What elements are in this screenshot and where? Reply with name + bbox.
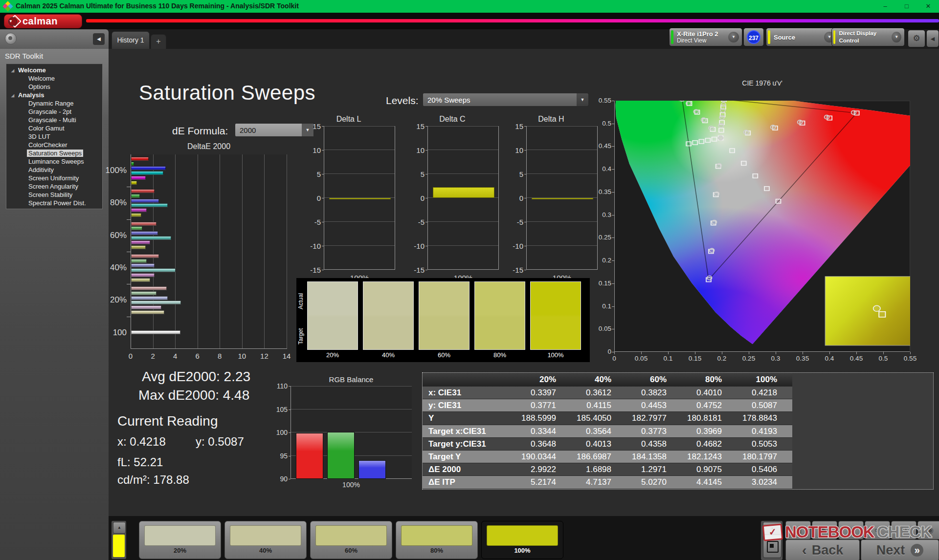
y-tick-label: 5 bbox=[302, 170, 321, 178]
cie-y-tick-label: 0 bbox=[588, 348, 611, 355]
y-tick bbox=[322, 246, 324, 246]
calman-menu-button[interactable]: calman ▼ bbox=[4, 14, 82, 28]
meter-dropdown[interactable]: X-Rite i1Pro 2 Direct View ▼ bbox=[669, 28, 742, 46]
sidebar-item-screen-stability[interactable]: Screen Stability bbox=[6, 191, 102, 199]
sidebar-collapse-button[interactable]: ◀ bbox=[93, 33, 105, 45]
table-cell: 0.4682 bbox=[681, 438, 737, 450]
tab-history-1[interactable]: History 1 bbox=[112, 31, 150, 49]
sidebar-item-grayscale-2pt[interactable]: Grayscale - 2pt bbox=[6, 108, 102, 116]
minimize-button[interactable]: – bbox=[874, 0, 896, 13]
sweep-button-100%[interactable]: 100% bbox=[481, 521, 563, 559]
swatch-label: 100% bbox=[530, 351, 581, 359]
record-icon-button[interactable]: ◉ bbox=[917, 521, 939, 539]
sidebar-item-dynamic-range[interactable]: Dynamic Range bbox=[6, 99, 102, 108]
back-button[interactable]: ‹ Back bbox=[785, 539, 860, 560]
x-tick-label: 6 bbox=[192, 352, 203, 360]
y-tick bbox=[612, 215, 614, 215]
y-tick bbox=[289, 432, 291, 433]
page-title: Saturation Sweeps bbox=[139, 81, 315, 105]
cie-measured-circle bbox=[718, 123, 723, 127]
loop-icon-button[interactable]: ∞ bbox=[865, 521, 890, 539]
gridline bbox=[287, 154, 287, 348]
table-row: ΔE ITP5.21744.71375.02704.41453.0234 bbox=[423, 476, 792, 489]
sweep-button-20%[interactable]: 20% bbox=[139, 521, 221, 559]
gridline bbox=[242, 154, 243, 348]
sidebar-item-3d-lut[interactable]: 3D LUT bbox=[6, 132, 102, 141]
x-tick bbox=[749, 352, 749, 354]
stop-measure-button[interactable] bbox=[763, 535, 782, 558]
de-bar bbox=[131, 273, 155, 277]
y-tick-label: 15 bbox=[505, 122, 523, 130]
settings-gear-button[interactable]: ⚙ bbox=[908, 30, 925, 47]
panel-collapse-button[interactable]: ◀ bbox=[926, 30, 939, 47]
x-tick bbox=[910, 352, 911, 354]
de-bar bbox=[131, 236, 171, 240]
cie-y-tick-label: 0.5 bbox=[588, 120, 611, 127]
meter-count-badge-box: 237 bbox=[743, 28, 764, 46]
table-cell: 0.3823 bbox=[626, 387, 681, 399]
next-label: Next bbox=[876, 543, 905, 558]
de-bar bbox=[131, 310, 164, 314]
delta_c-plot-area bbox=[427, 126, 499, 270]
sweep-button-40%[interactable]: 40% bbox=[224, 521, 307, 559]
swatch-label: 60% bbox=[419, 351, 470, 359]
source-dropdown[interactable]: Source ▼ bbox=[766, 28, 838, 46]
collapse-up-button[interactable]: ▲ bbox=[763, 522, 782, 535]
sidebar-item-welcome[interactable]: Welcome bbox=[6, 74, 102, 83]
sidebar-item-colorchecker[interactable]: ColorChecker bbox=[6, 141, 102, 149]
add-tab-button[interactable]: + bbox=[151, 34, 166, 49]
sidebar-item-spectral-power-dist-[interactable]: Spectral Power Dist. bbox=[6, 199, 102, 207]
cie-chart-title: CIE 1976 u'v' bbox=[614, 79, 910, 87]
close-button[interactable]: ✕ bbox=[917, 0, 939, 13]
display-control-dropdown[interactable]: Direct Display Control ▼ bbox=[831, 28, 905, 46]
swatch-60% bbox=[419, 281, 470, 350]
sidebar-item-luminance-sweeps[interactable]: Luminance Sweeps bbox=[6, 157, 102, 166]
table-row-label: Target Y bbox=[423, 451, 515, 463]
de-bar bbox=[131, 208, 147, 212]
cie-measured-circle bbox=[686, 101, 691, 105]
delta-l-chart: 151050-5-10-15100% bbox=[302, 114, 400, 285]
tree-group-welcome[interactable]: ◢Welcome bbox=[6, 66, 102, 74]
sidebar-item-grayscale-multi[interactable]: Grayscale - Multi bbox=[6, 116, 102, 124]
tree-group-analysis[interactable]: ◢Analysis bbox=[6, 91, 102, 99]
x-tick-label: 10 bbox=[236, 352, 248, 360]
table-row: Target Y190.0344186.6987184.1358182.1243… bbox=[423, 451, 792, 463]
cie-target-square bbox=[753, 174, 758, 178]
play-icon-button[interactable]: ▶ bbox=[812, 521, 837, 539]
maximize-button[interactable]: □ bbox=[896, 0, 917, 13]
collapse-up-button[interactable]: ▲ bbox=[113, 522, 126, 534]
sidebar-item-saturation-sweeps[interactable]: Saturation Sweeps bbox=[6, 149, 102, 157]
swatch-20% bbox=[307, 281, 358, 350]
sidebar-item-screen-uniformity[interactable]: Screen Uniformity bbox=[6, 174, 102, 182]
cie-y-tick-label: 0.35 bbox=[588, 188, 611, 195]
sidebar-item-additivity[interactable]: Additivity bbox=[6, 166, 102, 174]
current-pattern-swatch[interactable] bbox=[113, 535, 125, 557]
sweep-button-80%[interactable]: 80% bbox=[396, 521, 478, 559]
de-bar bbox=[131, 181, 137, 185]
table-cell: 2.9922 bbox=[515, 463, 571, 475]
gridline bbox=[324, 245, 395, 246]
cie-x-tick-label: 0.45 bbox=[846, 355, 867, 362]
app-header: calman ▼ bbox=[0, 13, 939, 29]
next-button[interactable]: Next » bbox=[861, 539, 939, 560]
gridline bbox=[291, 409, 412, 409]
frame-icon-button[interactable]: ▣ bbox=[838, 521, 864, 539]
refresh-icon-button[interactable]: ↻ bbox=[891, 521, 917, 539]
sidebar-item-options[interactable]: Options bbox=[6, 83, 102, 91]
cie-measured-circle bbox=[722, 101, 727, 102]
x-tick bbox=[641, 352, 642, 354]
levels-dropdown[interactable]: 20% Sweeps ▼ bbox=[423, 93, 589, 107]
camera-icon-button[interactable]: ▤ bbox=[785, 521, 811, 539]
chevron-down-icon: ▼ bbox=[577, 93, 588, 106]
x-tick bbox=[614, 352, 615, 354]
group-label: 20% bbox=[96, 295, 127, 305]
sweep-button-60%[interactable]: 60% bbox=[310, 521, 392, 559]
sidebar-item-screen-angularity[interactable]: Screen Angularity bbox=[6, 182, 102, 191]
cie-target-square bbox=[699, 139, 704, 143]
workflow-radio-button[interactable] bbox=[5, 33, 17, 44]
sidebar-item-color-gamut[interactable]: Color Gamut bbox=[6, 124, 102, 132]
table-cell: 3.0234 bbox=[737, 476, 792, 488]
y-tick-label: -15 bbox=[505, 266, 523, 274]
cie-measured-circle bbox=[707, 276, 712, 280]
y-tick-label: 15 bbox=[302, 122, 321, 130]
